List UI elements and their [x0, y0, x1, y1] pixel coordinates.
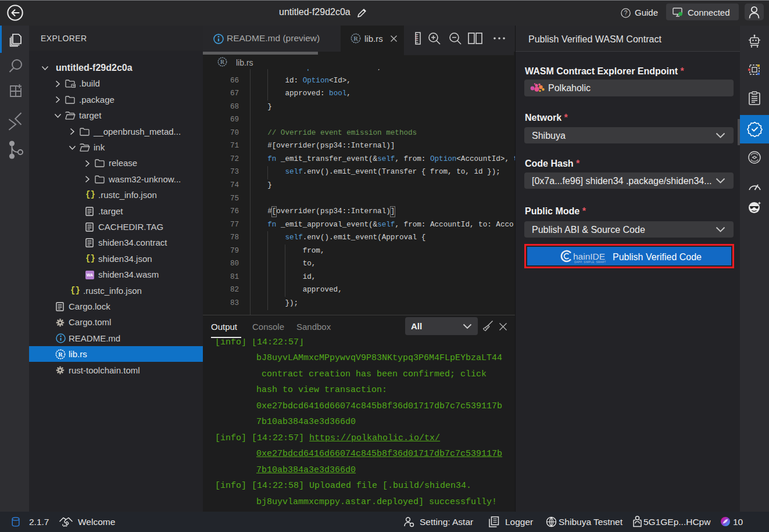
svg-text:R: R	[220, 59, 225, 65]
svg-text:R: R	[353, 35, 358, 42]
svg-text:?: ?	[624, 10, 628, 16]
svg-text:R: R	[58, 351, 63, 358]
